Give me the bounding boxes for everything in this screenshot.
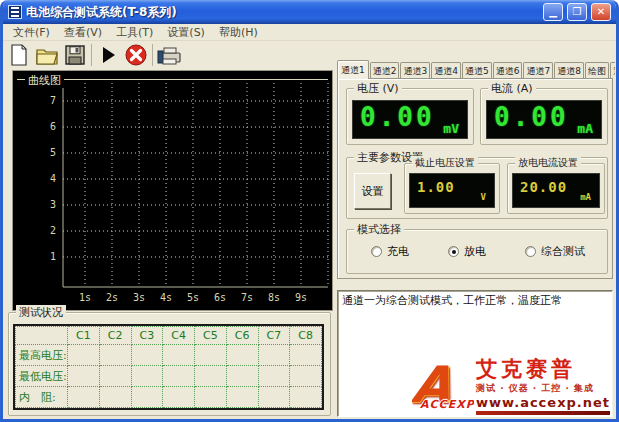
svg-text:1s: 1s bbox=[79, 292, 91, 303]
svg-text:4: 4 bbox=[50, 173, 56, 184]
logo-url: www.accexp.net bbox=[476, 395, 610, 410]
table-cell bbox=[290, 345, 322, 366]
mode-option-1[interactable]: 充电 bbox=[371, 244, 409, 259]
svg-text:2s: 2s bbox=[106, 292, 118, 303]
table-cell bbox=[163, 366, 195, 387]
column-header: C1 bbox=[68, 327, 100, 345]
mode-group: 模式选择 充电放电综合测试 bbox=[346, 229, 608, 274]
mode-option-label: 放电 bbox=[464, 244, 486, 259]
discharge-current-label: 放电电流设置 bbox=[515, 156, 581, 170]
svg-text:2: 2 bbox=[50, 225, 56, 236]
menu-item[interactable]: 查看(V) bbox=[57, 25, 109, 40]
curve-plot-title: 曲线图 bbox=[25, 73, 64, 88]
app-icon bbox=[8, 5, 22, 19]
table-cell bbox=[99, 366, 131, 387]
status-group-label: 测试状况 bbox=[16, 305, 66, 320]
table-header-row: C1C2C3C4C5C6C7C8 bbox=[16, 327, 322, 345]
maximize-button[interactable]: ❐ bbox=[567, 3, 587, 21]
column-header: C6 bbox=[226, 327, 258, 345]
tab-1[interactable]: 通道1 bbox=[337, 60, 369, 79]
tab-7[interactable]: 通道7 bbox=[523, 62, 553, 79]
set-button[interactable]: 设置 bbox=[354, 173, 391, 209]
tab-4[interactable]: 通道4 bbox=[431, 62, 461, 79]
table-cell bbox=[131, 366, 163, 387]
printer-icon bbox=[156, 44, 182, 66]
table-row: 最高电压: bbox=[16, 345, 322, 366]
open-folder-icon bbox=[35, 44, 59, 66]
tab-bar: 通道1通道2通道3通道4通道5通道6通道7通道8绘图通用 bbox=[337, 60, 615, 79]
curve-plot: 76543211s2s3s4s5s6s7s8s9s bbox=[13, 71, 332, 310]
table-cell bbox=[258, 345, 290, 366]
tab-content-pane: 电压 (V) 0.00 mV 电流 (A) 0.00 mA 主要参数设置 设置 … bbox=[337, 78, 613, 279]
title-bar: 电池综合测试系统(T-8系列) ▁ ❐ ✕ bbox=[3, 0, 616, 24]
tab-8[interactable]: 通道8 bbox=[554, 62, 584, 79]
discharge-current-group: 放电电流设置 20.00 mA bbox=[507, 163, 605, 214]
mode-options: 充电放电综合测试 bbox=[347, 244, 607, 259]
table-cell bbox=[290, 366, 322, 387]
mode-option-3[interactable]: 综合测试 bbox=[525, 244, 585, 259]
column-header: C7 bbox=[258, 327, 290, 345]
tab-6[interactable]: 通道6 bbox=[493, 62, 523, 79]
run-button[interactable] bbox=[94, 42, 122, 68]
logo-tagline: 测试 · 仪器 · 工控 · 集成 bbox=[476, 382, 610, 395]
message-box[interactable]: 通道一为综合测试模式，工作正常，温度正常 A ACCEXP 艾克赛普 测试 · … bbox=[337, 290, 613, 417]
table-cell bbox=[226, 387, 258, 408]
logo-a-icon: A ACCEXP bbox=[412, 358, 474, 414]
logo: A ACCEXP 艾克赛普 测试 · 仪器 · 工控 · 集成 www.acce… bbox=[412, 356, 610, 414]
window-title: 电池综合测试系统(T-8系列) bbox=[26, 4, 539, 21]
table-cell bbox=[226, 345, 258, 366]
table-cell bbox=[163, 345, 195, 366]
print-button[interactable] bbox=[155, 42, 183, 68]
mode-group-label: 模式选择 bbox=[354, 222, 404, 237]
mode-option-label: 综合测试 bbox=[541, 244, 585, 259]
svg-text:5s: 5s bbox=[187, 292, 199, 303]
table-row: 内 阻: bbox=[16, 387, 322, 408]
open-file-button[interactable] bbox=[33, 42, 61, 68]
save-file-button[interactable] bbox=[61, 42, 89, 68]
new-file-button[interactable] bbox=[5, 42, 33, 68]
logo-brand-cn: 艾克赛普 bbox=[476, 357, 610, 381]
menu-item[interactable]: 设置(S) bbox=[160, 25, 212, 40]
svg-text:4s: 4s bbox=[160, 292, 172, 303]
menu-bar: 文件(F)查看(V)工具(T)设置(S)帮助(H) bbox=[3, 24, 616, 41]
table-cell bbox=[290, 387, 322, 408]
menu-item[interactable]: 文件(F) bbox=[6, 25, 57, 40]
menu-item[interactable]: 帮助(H) bbox=[212, 25, 265, 40]
table-corner-cell bbox=[16, 327, 68, 345]
app-window: 电池综合测试系统(T-8系列) ▁ ❐ ✕ 文件(F)查看(V)工具(T)设置(… bbox=[0, 0, 619, 422]
toolbar-separator bbox=[91, 44, 92, 66]
radio-icon bbox=[448, 246, 459, 257]
row-label: 最低电压: bbox=[16, 366, 68, 387]
table-cell bbox=[195, 387, 227, 408]
current-display: 0.00 mA bbox=[486, 100, 602, 139]
svg-text:7: 7 bbox=[50, 95, 56, 106]
close-button[interactable]: ✕ bbox=[591, 3, 611, 21]
svg-text:3s: 3s bbox=[133, 292, 145, 303]
tab-10[interactable]: 通用 bbox=[610, 62, 615, 79]
status-table-frame: C1C2C3C4C5C6C7C8最高电压:最低电压:内 阻: bbox=[13, 324, 324, 410]
voltage-group: 电压 (V) 0.00 mV bbox=[346, 88, 474, 145]
current-group: 电流 (A) 0.00 mA bbox=[480, 88, 608, 145]
toolbar-separator bbox=[152, 44, 153, 66]
tab-3[interactable]: 通道3 bbox=[400, 62, 430, 79]
save-icon bbox=[64, 44, 86, 66]
svg-text:8s: 8s bbox=[268, 292, 280, 303]
tab-9[interactable]: 绘图 bbox=[585, 62, 609, 79]
radio-icon bbox=[525, 246, 536, 257]
svg-text:6: 6 bbox=[50, 121, 56, 132]
table-cell bbox=[68, 345, 100, 366]
minimize-button[interactable]: ▁ bbox=[543, 3, 563, 21]
stop-button[interactable] bbox=[122, 42, 150, 68]
svg-text:9s: 9s bbox=[295, 292, 307, 303]
mode-option-2[interactable]: 放电 bbox=[448, 244, 486, 259]
menu-item[interactable]: 工具(T) bbox=[109, 25, 160, 40]
cutoff-voltage-label: 截止电压设置 bbox=[412, 156, 478, 170]
logo-red-bar bbox=[476, 411, 610, 415]
logo-brand-en: ACCEXP bbox=[420, 398, 474, 411]
voltage-display: 0.00 mV bbox=[352, 100, 468, 139]
tab-2[interactable]: 通道2 bbox=[370, 62, 400, 79]
column-header: C2 bbox=[99, 327, 131, 345]
tab-5[interactable]: 通道5 bbox=[462, 62, 492, 79]
table-row: 最低电压: bbox=[16, 366, 322, 387]
window-body: 曲线图 76543211s2s3s4s5s6s7s8s9s 测试状况 C1C2C… bbox=[3, 41, 616, 419]
